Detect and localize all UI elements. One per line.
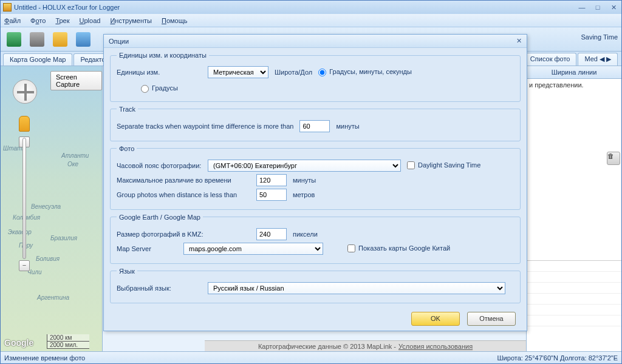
lang-select[interactable]: Русский язык / Russian	[208, 282, 505, 294]
menu-track[interactable]: Трек	[55, 17, 69, 24]
radio-dms[interactable]: Градусы, минуты, секунды	[318, 68, 412, 76]
tab-google-map[interactable]: Карта Google Map	[3, 53, 72, 66]
dialog-body: Единицы изм. и координаты Единицы изм. М…	[104, 48, 527, 306]
list-item[interactable]	[527, 283, 621, 294]
map-scale: 2000 км 2000 мил.	[47, 334, 89, 349]
list-item[interactable]	[527, 261, 621, 272]
tab-med[interactable]: Med ◀ ▶	[578, 53, 618, 66]
groupdist-input[interactable]	[256, 189, 287, 201]
map-label: Аргентина	[37, 294, 69, 301]
maximize-button[interactable]: □	[592, 4, 603, 12]
terms-link[interactable]: Условия использования	[398, 343, 473, 350]
map-label: Атланти	[61, 152, 89, 159]
sidebar-list	[527, 260, 621, 351]
china-checkbox[interactable]: Показать карты Google Китай	[347, 244, 450, 253]
sidebar-header[interactable]: Ширина линии	[527, 66, 621, 79]
kmz-input[interactable]	[256, 228, 287, 240]
tz-select[interactable]: (GMT+06:00) Екатеринбург	[208, 160, 401, 172]
map-label: Боливия	[36, 255, 60, 262]
map-label: Колумбия	[13, 214, 40, 221]
screen-capture-button[interactable]: Screen Capture	[50, 71, 102, 90]
kmz-unit: пиксели	[293, 231, 318, 238]
menubar: Файл Фото Трек Upload Инструменты Помощь	[1, 14, 621, 27]
toolbar-folder-button[interactable]	[50, 30, 70, 49]
window-buttons: — □ ✕	[576, 4, 619, 12]
list-item[interactable]	[527, 305, 621, 315]
latlon-label: Широта/Дол	[275, 69, 312, 76]
group-language-legend: Язык	[117, 268, 137, 275]
cancel-button[interactable]: Отмена	[467, 312, 516, 326]
toolbar-device-button[interactable]	[27, 30, 47, 49]
maxdiff-label: Максимальное различие во времени	[117, 177, 250, 184]
streetview-pegman[interactable]	[19, 116, 30, 132]
menu-help[interactable]: Помощь	[162, 17, 188, 24]
tab-photo-list[interactable]: Список фото	[524, 53, 577, 66]
options-dialog: Опции ✕ Единицы изм. и координаты Единиц…	[103, 34, 527, 331]
status-left: Изменение времени фото	[4, 354, 85, 362]
dialog-title: Опции	[109, 38, 129, 45]
groupdist-label: Group photos when distance is less than	[117, 191, 250, 198]
group-google-legend: Google Earth / Google Map	[117, 214, 203, 221]
menu-tools[interactable]: Инструменты	[110, 17, 152, 24]
scale-mi: 2000 мил.	[47, 342, 89, 349]
statusbar: Изменение времени фото Широта: 25°47'60"…	[1, 351, 621, 363]
map-label: Бразилия	[50, 235, 77, 241]
track-sep-input[interactable]	[299, 120, 330, 132]
scale-km: 2000 км	[47, 334, 89, 342]
group-units-legend: Единицы изм. и координаты	[117, 52, 209, 59]
group-photo-legend: Фото	[117, 145, 137, 152]
tz-label: Часовой пояс фотографии:	[117, 162, 202, 169]
map-label: Оке	[67, 161, 78, 167]
trash-icon[interactable]: 🗑	[607, 152, 620, 165]
sidebar-panel: Ширина линии и представлении. 🗑	[526, 66, 621, 351]
track-sep-label: Separate tracks when waypoint time diffe…	[117, 123, 293, 130]
titlebar: Untitled - HOLUX ezTour for Logger — □ ✕	[1, 1, 621, 14]
map-label: Эквадор	[8, 229, 32, 235]
units-select[interactable]: Метрическая	[208, 66, 268, 78]
maxdiff-unit: минуты	[293, 177, 316, 184]
dst-checkbox[interactable]: Daylight Saving Time	[407, 161, 492, 170]
mapserver-select[interactable]: maps.google.com	[183, 243, 323, 255]
group-track: Track Separate tracks when waypoint time…	[110, 106, 521, 141]
list-item[interactable]	[527, 272, 621, 283]
list-item[interactable]	[527, 315, 621, 326]
dialog-footer: OK Отмена	[104, 306, 527, 331]
ok-button[interactable]: OK	[411, 312, 460, 326]
status-coords: Широта: 25°47'60"N Долгота: 82°37'2"E	[497, 354, 618, 362]
toolbar-right-label: Saving Time	[581, 33, 618, 41]
dialog-titlebar: Опции ✕	[104, 35, 527, 48]
map-attribution: Картографические данные © 2013 MapLink -…	[205, 340, 526, 351]
units-label: Единицы изм.	[117, 69, 202, 76]
maxdiff-input[interactable]	[256, 174, 287, 186]
kmz-label: Размер фотографий в KMZ:	[117, 231, 250, 238]
group-photo: Фото Часовой пояс фотографии: (GMT+06:00…	[110, 145, 521, 210]
toolbar-scan-button[interactable]	[4, 30, 24, 49]
map-canvas[interactable]: Штаты Атланти Оке Венесуэла Колумбия Экв…	[1, 66, 102, 351]
map-label: Венесуэла	[31, 203, 61, 210]
minimize-button[interactable]: —	[576, 4, 587, 12]
toolbar-photo-button[interactable]	[73, 30, 93, 49]
window-title: Untitled - HOLUX ezTour for Logger	[14, 4, 120, 11]
map-pan-control[interactable]	[13, 79, 37, 104]
sidebar-body: и представлении. 🗑	[527, 79, 621, 351]
track-sep-unit: минуты	[336, 123, 359, 130]
group-track-legend: Track	[117, 106, 138, 113]
app-icon	[3, 3, 12, 12]
mapserver-label: Map Server	[117, 245, 177, 252]
group-language: Язык Выбранный язык: Русский язык / Russ…	[110, 268, 521, 303]
dialog-close-button[interactable]: ✕	[516, 37, 522, 45]
map-panel[interactable]: Штаты Атланти Оке Венесуэла Колумбия Экв…	[1, 66, 103, 351]
zoom-out-button[interactable]: −	[19, 260, 30, 271]
close-button[interactable]: ✕	[608, 4, 619, 12]
list-item[interactable]	[527, 294, 621, 305]
radio-deg[interactable]: Градусы	[141, 84, 226, 93]
menu-photo[interactable]: Фото	[30, 17, 46, 24]
zoom-slider[interactable]	[22, 138, 26, 259]
google-logo: Google	[4, 338, 33, 348]
menu-upload[interactable]: Upload	[80, 17, 101, 24]
groupdist-unit: метров	[293, 191, 315, 198]
group-google: Google Earth / Google Map Размер фотогра…	[110, 214, 521, 264]
lang-label: Выбранный язык:	[117, 285, 202, 292]
menu-file[interactable]: Файл	[4, 17, 21, 24]
group-units: Единицы изм. и координаты Единицы изм. М…	[110, 52, 521, 102]
